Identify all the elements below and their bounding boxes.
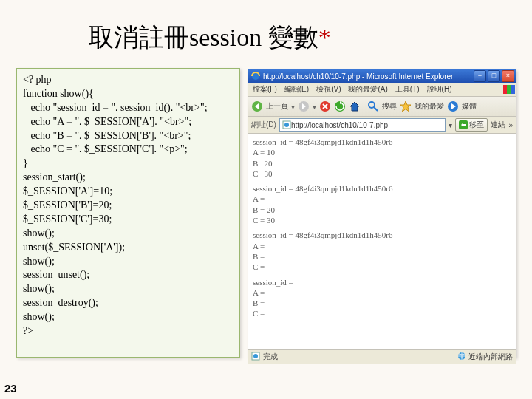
favorites-icon[interactable]: [400, 100, 412, 112]
title-asterisk: *: [318, 24, 331, 51]
page-content: session_id = 48gf4i3qmpjd1kdn1d1h450r6 A…: [248, 134, 516, 349]
page-icon: [282, 120, 291, 129]
toolbar: 上一頁 ▾ ▾ 搜尋 我的最愛 媒體: [248, 97, 516, 117]
menu-bar: 檔案(F) 編輯(E) 檢視(V) 我的最愛(A) 工具(T) 說明(H): [248, 83, 516, 97]
search-label[interactable]: 搜尋: [382, 101, 397, 112]
svg-line-10: [374, 107, 378, 111]
menu-view[interactable]: 檢視(V): [316, 84, 341, 95]
window-title-text: http://localhost/ch10/10-7.php - Microso…: [263, 72, 453, 81]
window-controls: − □ ×: [474, 70, 516, 82]
zone-icon: [457, 352, 466, 362]
chevron-icon[interactable]: »: [508, 121, 513, 129]
search-icon[interactable]: [367, 100, 379, 112]
address-value: http://localhost/ch10/10-7.php: [291, 121, 388, 129]
ie-logo-icon: [502, 85, 516, 94]
address-bar: 網址(D) http://localhost/ch10/10-7.php ▾ 移…: [248, 117, 516, 134]
menu-tools[interactable]: 工具(T): [395, 84, 420, 95]
links-label[interactable]: 連結: [491, 120, 505, 130]
slide-title: 取消註冊session 變數*: [89, 21, 331, 55]
browser-window: http://localhost/ch10/10-7.php - Microso…: [248, 69, 516, 358]
slide-number: 23: [4, 382, 17, 395]
svg-point-16: [253, 354, 258, 358]
maximize-button[interactable]: □: [488, 70, 500, 82]
minimize-button[interactable]: −: [474, 70, 486, 82]
output-block-4: session_id = A = B = C =: [253, 277, 511, 319]
svg-rect-2: [503, 85, 507, 94]
close-button[interactable]: ×: [502, 70, 514, 82]
media-icon[interactable]: [447, 100, 459, 112]
done-icon: [251, 352, 260, 362]
address-input[interactable]: http://localhost/ch10/10-7.php: [279, 118, 446, 132]
go-label: 移至: [469, 120, 484, 130]
output-block-2: session_id = 48gf4i3qmpjd1kdn1d1h450r6 A…: [253, 183, 511, 225]
go-button[interactable]: 移至: [455, 118, 488, 132]
status-bar: 完成 近端內部網路: [248, 349, 516, 364]
svg-rect-4: [511, 85, 515, 94]
menu-file[interactable]: 檔案(F): [253, 84, 277, 95]
zone-label: 近端內部網路: [468, 352, 513, 362]
back-label[interactable]: 上一頁: [266, 101, 288, 112]
refresh-icon[interactable]: [334, 100, 346, 112]
code-block: <? php function show(){ echo "session_id…: [16, 68, 240, 358]
output-block-3: session_id = 48gf4i3qmpjd1kdn1d1h450r6 A…: [253, 230, 511, 272]
stop-icon[interactable]: [319, 100, 331, 112]
menu-help[interactable]: 說明(H): [427, 84, 452, 95]
ie-icon: [251, 72, 260, 81]
output-block-1: session_id = 48gf4i3qmpjd1kdn1d1h450r6 A…: [253, 137, 511, 179]
browser-titlebar: http://localhost/ch10/10-7.php - Microso…: [248, 69, 516, 83]
favorites-label[interactable]: 我的最愛: [415, 101, 444, 112]
menu-edit[interactable]: 編輯(E): [284, 84, 309, 95]
status-text: 完成: [263, 352, 278, 362]
media-label[interactable]: 媒體: [462, 101, 477, 112]
address-label: 網址(D): [251, 120, 276, 130]
svg-rect-3: [507, 85, 511, 94]
title-text: 取消註冊session 變數: [89, 24, 318, 51]
svg-point-13: [284, 123, 289, 127]
home-icon[interactable]: [349, 100, 361, 112]
back-icon[interactable]: [251, 100, 263, 112]
svg-point-9: [369, 102, 375, 108]
menu-favorites[interactable]: 我的最愛(A): [348, 84, 387, 95]
forward-icon[interactable]: [298, 100, 310, 112]
